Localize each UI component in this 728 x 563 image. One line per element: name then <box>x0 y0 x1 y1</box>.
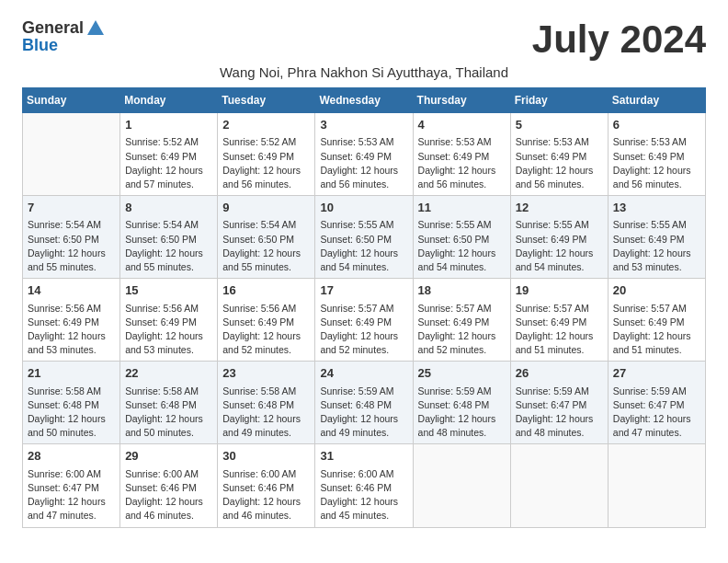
day-info: Sunrise: 5:59 AM Sunset: 6:47 PM Dayligh… <box>613 385 700 441</box>
day-info: Sunrise: 5:53 AM Sunset: 6:49 PM Dayligh… <box>516 135 603 191</box>
day-info: Sunrise: 5:54 AM Sunset: 6:50 PM Dayligh… <box>125 218 212 274</box>
title-area: July 2024 <box>532 18 706 61</box>
calendar-cell: 9Sunrise: 5:54 AM Sunset: 6:50 PM Daylig… <box>218 196 315 279</box>
calendar-cell <box>413 444 510 527</box>
day-number: 14 <box>28 282 115 299</box>
day-info: Sunrise: 6:00 AM Sunset: 6:46 PM Dayligh… <box>320 467 407 523</box>
day-info: Sunrise: 5:52 AM Sunset: 6:49 PM Dayligh… <box>125 135 212 191</box>
day-info: Sunrise: 5:55 AM Sunset: 6:49 PM Dayligh… <box>613 218 700 274</box>
day-info: Sunrise: 6:00 AM Sunset: 6:46 PM Dayligh… <box>125 467 212 523</box>
day-number: 11 <box>418 200 506 216</box>
day-number: 17 <box>320 282 407 299</box>
weekday-header-saturday: Saturday <box>608 88 705 113</box>
day-info: Sunrise: 5:53 AM Sunset: 6:49 PM Dayligh… <box>418 135 506 191</box>
calendar-cell: 8Sunrise: 5:54 AM Sunset: 6:50 PM Daylig… <box>120 196 218 279</box>
day-number: 7 <box>28 200 115 216</box>
weekday-header-wednesday: Wednesday <box>315 88 413 113</box>
calendar-cell <box>608 444 705 527</box>
day-info: Sunrise: 5:58 AM Sunset: 6:48 PM Dayligh… <box>125 385 212 441</box>
day-info: Sunrise: 5:58 AM Sunset: 6:48 PM Dayligh… <box>28 385 115 441</box>
calendar-cell: 25Sunrise: 5:59 AM Sunset: 6:48 PM Dayli… <box>413 362 510 444</box>
day-info: Sunrise: 5:57 AM Sunset: 6:49 PM Dayligh… <box>320 302 407 358</box>
calendar-table: SundayMondayTuesdayWednesdayThursdayFrid… <box>22 87 706 527</box>
calendar-cell: 12Sunrise: 5:55 AM Sunset: 6:49 PM Dayli… <box>510 196 608 279</box>
day-number: 9 <box>222 200 310 216</box>
weekday-header-tuesday: Tuesday <box>218 88 315 113</box>
calendar-cell: 6Sunrise: 5:53 AM Sunset: 6:49 PM Daylig… <box>608 113 705 196</box>
day-info: Sunrise: 5:57 AM Sunset: 6:49 PM Dayligh… <box>516 302 603 358</box>
calendar-cell: 27Sunrise: 5:59 AM Sunset: 6:47 PM Dayli… <box>608 362 705 444</box>
day-number: 6 <box>613 117 700 133</box>
day-info: Sunrise: 5:57 AM Sunset: 6:49 PM Dayligh… <box>613 302 700 358</box>
day-number: 2 <box>222 117 310 133</box>
day-number: 27 <box>613 365 700 382</box>
calendar-cell <box>23 113 120 196</box>
day-number: 25 <box>418 365 506 382</box>
day-info: Sunrise: 5:55 AM Sunset: 6:50 PM Dayligh… <box>320 218 407 274</box>
logo-icon <box>85 18 106 39</box>
logo-general: General <box>22 19 84 38</box>
day-info: Sunrise: 6:00 AM Sunset: 6:46 PM Dayligh… <box>222 467 310 523</box>
svg-marker-0 <box>87 20 104 35</box>
week-row-5: 28Sunrise: 6:00 AM Sunset: 6:47 PM Dayli… <box>23 444 706 527</box>
day-info: Sunrise: 5:55 AM Sunset: 6:49 PM Dayligh… <box>516 218 603 274</box>
day-info: Sunrise: 6:00 AM Sunset: 6:47 PM Dayligh… <box>28 467 115 523</box>
weekday-header-thursday: Thursday <box>413 88 510 113</box>
calendar-cell: 20Sunrise: 5:57 AM Sunset: 6:49 PM Dayli… <box>608 279 705 362</box>
calendar-cell: 23Sunrise: 5:58 AM Sunset: 6:48 PM Dayli… <box>218 362 315 444</box>
calendar-cell <box>510 444 608 527</box>
day-info: Sunrise: 5:53 AM Sunset: 6:49 PM Dayligh… <box>320 135 407 191</box>
day-info: Sunrise: 5:59 AM Sunset: 6:47 PM Dayligh… <box>516 385 603 441</box>
calendar-cell: 26Sunrise: 5:59 AM Sunset: 6:47 PM Dayli… <box>510 362 608 444</box>
day-info: Sunrise: 5:52 AM Sunset: 6:49 PM Dayligh… <box>222 135 310 191</box>
day-number: 5 <box>516 117 603 133</box>
calendar-cell: 18Sunrise: 5:57 AM Sunset: 6:49 PM Dayli… <box>413 279 510 362</box>
day-info: Sunrise: 5:53 AM Sunset: 6:49 PM Dayligh… <box>613 135 700 191</box>
calendar-cell: 24Sunrise: 5:59 AM Sunset: 6:48 PM Dayli… <box>315 362 413 444</box>
calendar-cell: 31Sunrise: 6:00 AM Sunset: 6:46 PM Dayli… <box>315 444 413 527</box>
day-number: 31 <box>320 448 407 465</box>
calendar-cell: 29Sunrise: 6:00 AM Sunset: 6:46 PM Dayli… <box>120 444 218 527</box>
day-number: 8 <box>125 200 212 216</box>
day-number: 30 <box>222 448 310 465</box>
calendar-cell: 22Sunrise: 5:58 AM Sunset: 6:48 PM Dayli… <box>120 362 218 444</box>
day-number: 29 <box>125 448 212 465</box>
day-info: Sunrise: 5:56 AM Sunset: 6:49 PM Dayligh… <box>125 302 212 358</box>
location-subtitle: Wang Noi, Phra Nakhon Si Ayutthaya, Thai… <box>22 64 706 80</box>
logo: General Blue <box>22 18 104 55</box>
day-info: Sunrise: 5:54 AM Sunset: 6:50 PM Dayligh… <box>222 218 310 274</box>
day-info: Sunrise: 5:56 AM Sunset: 6:49 PM Dayligh… <box>28 302 115 358</box>
day-info: Sunrise: 5:59 AM Sunset: 6:48 PM Dayligh… <box>418 385 506 441</box>
day-info: Sunrise: 5:59 AM Sunset: 6:48 PM Dayligh… <box>320 385 407 441</box>
month-title: July 2024 <box>532 18 706 61</box>
calendar-cell: 14Sunrise: 5:56 AM Sunset: 6:49 PM Dayli… <box>23 279 120 362</box>
day-number: 24 <box>320 365 407 382</box>
calendar-cell: 4Sunrise: 5:53 AM Sunset: 6:49 PM Daylig… <box>413 113 510 196</box>
day-number: 15 <box>125 282 212 299</box>
day-number: 3 <box>320 117 407 133</box>
day-info: Sunrise: 5:55 AM Sunset: 6:50 PM Dayligh… <box>418 218 506 274</box>
calendar-cell: 17Sunrise: 5:57 AM Sunset: 6:49 PM Dayli… <box>315 279 413 362</box>
calendar-cell: 2Sunrise: 5:52 AM Sunset: 6:49 PM Daylig… <box>218 113 315 196</box>
day-number: 18 <box>418 282 506 299</box>
weekday-header-sunday: Sunday <box>23 88 120 113</box>
day-number: 10 <box>320 200 407 216</box>
calendar-cell: 13Sunrise: 5:55 AM Sunset: 6:49 PM Dayli… <box>608 196 705 279</box>
weekday-header-monday: Monday <box>120 88 218 113</box>
logo-blue: Blue <box>22 37 58 55</box>
day-number: 21 <box>28 365 115 382</box>
day-info: Sunrise: 5:54 AM Sunset: 6:50 PM Dayligh… <box>28 218 115 274</box>
day-number: 19 <box>516 282 603 299</box>
day-info: Sunrise: 5:56 AM Sunset: 6:49 PM Dayligh… <box>222 302 310 358</box>
weekday-header-friday: Friday <box>510 88 608 113</box>
week-row-3: 14Sunrise: 5:56 AM Sunset: 6:49 PM Dayli… <box>23 279 706 362</box>
day-number: 4 <box>418 117 506 133</box>
calendar-cell: 19Sunrise: 5:57 AM Sunset: 6:49 PM Dayli… <box>510 279 608 362</box>
calendar-cell: 28Sunrise: 6:00 AM Sunset: 6:47 PM Dayli… <box>23 444 120 527</box>
day-number: 28 <box>28 448 115 465</box>
day-info: Sunrise: 5:58 AM Sunset: 6:48 PM Dayligh… <box>222 385 310 441</box>
calendar-cell: 7Sunrise: 5:54 AM Sunset: 6:50 PM Daylig… <box>23 196 120 279</box>
calendar-cell: 3Sunrise: 5:53 AM Sunset: 6:49 PM Daylig… <box>315 113 413 196</box>
week-row-2: 7Sunrise: 5:54 AM Sunset: 6:50 PM Daylig… <box>23 196 706 279</box>
week-row-4: 21Sunrise: 5:58 AM Sunset: 6:48 PM Dayli… <box>23 362 706 444</box>
